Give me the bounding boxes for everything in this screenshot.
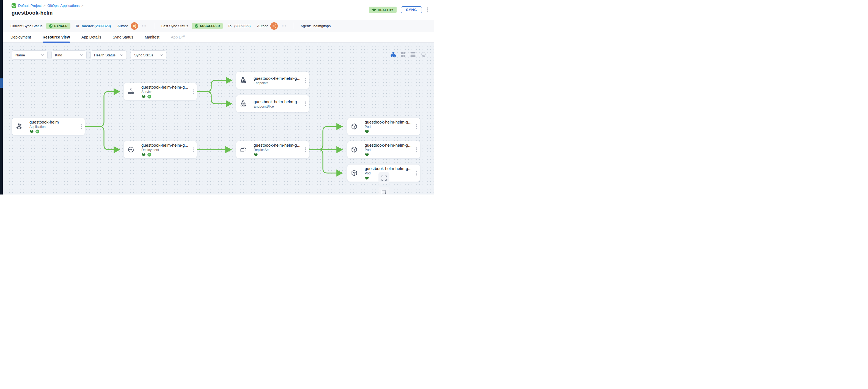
filter-name-dropdown[interactable]: Name (12, 50, 48, 60)
node-title: guestbook-helm-helm-g... (254, 143, 309, 147)
tree-view-icon[interactable] (391, 52, 396, 57)
healthy-heart-icon (142, 153, 146, 156)
node-kebab-menu[interactable] (305, 78, 307, 83)
tab-sync-status[interactable]: Sync Status (113, 32, 133, 42)
tab-deployment[interactable]: Deployment (10, 32, 31, 42)
node-kind: Deployment (142, 148, 197, 152)
node-kind: Service (142, 90, 197, 94)
breadcrumb: Default Project > GitOps: Applications > (11, 3, 429, 8)
node-kind: Pod (365, 125, 420, 129)
node-replicaset[interactable]: guestbook-helm-helm-g... ReplicaSet (236, 141, 309, 158)
synced-badge: SYNCED (46, 23, 70, 29)
breadcrumb-applications-link[interactable]: GitOps: Applications (47, 4, 80, 8)
node-service[interactable]: guestbook-helm-helm-g... Service (124, 83, 197, 100)
agent-value: helmgitops (313, 24, 331, 28)
selection-mode-button[interactable] (378, 187, 390, 194)
node-title: guestbook-helm (29, 120, 85, 124)
node-application-guestbook-helm[interactable]: guestbook-helm Application (12, 118, 85, 136)
check-circle-icon (195, 24, 198, 28)
node-pod-1[interactable]: guestbook-helm-helm-g... Pod (347, 118, 420, 136)
breadcrumb-separator: > (82, 4, 83, 8)
node-title: guestbook-helm-helm-g... (254, 99, 309, 104)
sync-button[interactable]: SYNC (401, 6, 422, 13)
author-label: Author (257, 24, 268, 28)
node-kind: Pod (365, 171, 420, 175)
synced-check-icon (147, 95, 151, 98)
filter-sync-status-dropdown[interactable]: Sync Status (131, 50, 166, 60)
collapsed-sidebar[interactable] (0, 0, 3, 194)
synced-check-icon (147, 153, 151, 156)
main-content: Default Project > GitOps: Applications >… (3, 0, 434, 194)
divider (294, 23, 294, 29)
to-label: To (75, 24, 79, 28)
node-title: guestbook-helm-helm-g... (254, 76, 309, 81)
pod-icon (347, 164, 361, 182)
list-view-icon[interactable] (410, 52, 415, 57)
divider (154, 23, 154, 29)
pod-icon (347, 118, 361, 135)
succeeded-badge-label: SUCCEEDED (200, 24, 220, 28)
page-title: guestbook-helm (11, 10, 429, 16)
node-kebab-menu[interactable] (305, 101, 307, 107)
check-circle-icon (49, 24, 53, 28)
sidebar-active-indicator (0, 79, 3, 88)
filter-label: Kind (55, 53, 62, 57)
header-kebab-menu[interactable] (426, 7, 429, 13)
tab-manifest[interactable]: Manifest (145, 32, 159, 42)
node-title: guestbook-helm-helm-g... (365, 143, 420, 147)
last-sync-status-label: Last Sync Status (161, 24, 188, 28)
filter-label: Name (16, 53, 25, 57)
synced-badge-label: SYNCED (54, 24, 67, 28)
author-avatar[interactable]: o( (131, 22, 138, 30)
node-title: guestbook-helm-helm-g... (365, 166, 420, 171)
grid-view-icon[interactable] (401, 52, 406, 57)
application-icon (12, 118, 26, 135)
header-actions: HEALTHY SYNC (369, 6, 429, 13)
chevron-down-icon (120, 54, 123, 56)
node-kebab-menu[interactable] (80, 124, 83, 129)
current-revision-link[interactable]: master (2809329) (82, 24, 111, 28)
node-endpoints[interactable]: guestbook-helm-helm-g... Endpoints (236, 71, 309, 89)
node-kebab-menu[interactable] (192, 89, 194, 95)
service-icon (124, 83, 138, 100)
heart-icon (372, 8, 376, 11)
cluster-view-icon[interactable] (420, 52, 426, 57)
breadcrumb-project-link[interactable]: Default Project (18, 4, 41, 8)
healthy-heart-icon (365, 153, 369, 156)
node-endpointslice[interactable]: guestbook-helm-helm-g... EndpointSlice (236, 95, 309, 113)
healthy-heart-icon (142, 95, 146, 98)
breadcrumb-separator: > (43, 4, 45, 8)
tab-bar: Deployment Resource View App Details Syn… (3, 32, 434, 42)
resource-graph-canvas[interactable]: Name Kind Health Status Sync Status (3, 42, 434, 194)
node-title: guestbook-helm-helm-g... (142, 85, 197, 89)
node-pod-2[interactable]: guestbook-helm-helm-g... Pod (347, 141, 420, 158)
node-kebab-menu[interactable] (415, 170, 418, 176)
more-options-button[interactable]: ••• (282, 24, 287, 28)
last-revision-link[interactable]: (2809329) (234, 24, 251, 28)
node-title: guestbook-helm-helm-g... (142, 143, 197, 147)
node-kebab-menu[interactable] (415, 124, 418, 129)
more-options-button[interactable]: ••• (142, 24, 147, 28)
to-label: To (228, 24, 231, 28)
sync-status-bar: Current Sync Status SYNCED To master (28… (3, 20, 434, 32)
filter-label: Sync Status (134, 53, 153, 57)
filter-row: Name Kind Health Status Sync Status (12, 50, 166, 60)
node-deployment[interactable]: guestbook-helm-helm-g... Deployment (124, 141, 197, 158)
node-kind: Application (29, 125, 85, 129)
fit-view-button[interactable] (378, 172, 390, 184)
node-kebab-menu[interactable] (415, 147, 418, 153)
author-avatar[interactable]: o( (270, 22, 278, 30)
tab-resource-view[interactable]: Resource View (43, 32, 70, 42)
view-toggles (391, 52, 426, 57)
filter-kind-dropdown[interactable]: Kind (52, 50, 87, 60)
node-kebab-menu[interactable] (305, 147, 307, 153)
health-status-badge: HEALTHY (369, 7, 397, 13)
endpoints-icon (236, 72, 250, 89)
codefresh-icon (11, 3, 16, 8)
succeeded-badge: SUCCEEDED (192, 23, 223, 29)
node-kebab-menu[interactable] (192, 147, 194, 153)
tab-app-diff[interactable]: App Diff (171, 32, 185, 42)
healthy-heart-icon (365, 129, 369, 133)
filter-health-status-dropdown[interactable]: Health Status (91, 50, 127, 60)
tab-app-details[interactable]: App Details (82, 32, 101, 42)
